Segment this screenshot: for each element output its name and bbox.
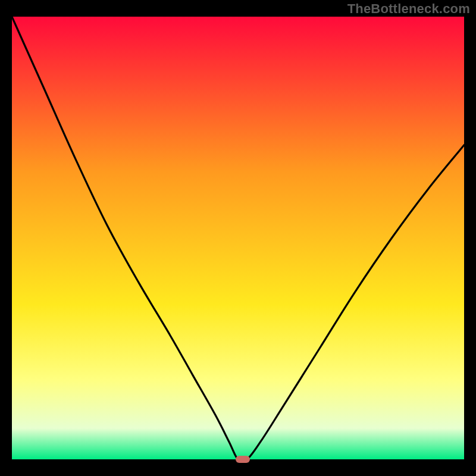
chart-frame: TheBottleneck.com — [0, 0, 476, 476]
minimum-marker — [236, 456, 250, 463]
gradient-background — [12, 17, 464, 459]
plot-area — [12, 17, 464, 459]
chart-svg — [12, 17, 464, 459]
watermark-text: TheBottleneck.com — [347, 1, 470, 17]
